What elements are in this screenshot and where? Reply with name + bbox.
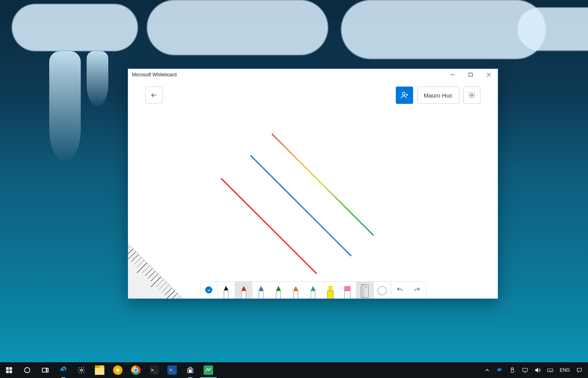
svg-rect-14: [6, 371, 9, 373]
check-icon: [205, 286, 212, 293]
tray-overflow[interactable]: [481, 362, 493, 378]
keyboard-icon[interactable]: [544, 362, 556, 378]
usb-icon[interactable]: [506, 362, 519, 378]
close-button[interactable]: [480, 69, 498, 81]
taskbar-cortana[interactable]: [18, 362, 36, 378]
svg-point-19: [81, 369, 83, 371]
svg-rect-26: [523, 368, 527, 371]
redo[interactable]: [408, 281, 426, 299]
system-tray: ENG: [481, 362, 588, 378]
pen-icon: [223, 286, 230, 299]
pen-icon: [240, 286, 247, 299]
svg-line-10: [251, 156, 351, 256]
taskbar-chrome[interactable]: [127, 362, 145, 378]
svg-rect-15: [9, 371, 12, 373]
svg-rect-17: [43, 368, 46, 372]
svg-rect-23: [191, 371, 192, 372]
lasso-tool[interactable]: [374, 281, 391, 299]
select-tool[interactable]: [200, 281, 218, 299]
svg-rect-1: [469, 73, 473, 77]
ruler-tool[interactable]: [356, 281, 374, 299]
user-name-label: Mauro Huc: [424, 92, 453, 99]
minimize-button[interactable]: [443, 69, 462, 81]
svg-rect-21: [191, 370, 192, 371]
eraser-icon: [344, 286, 351, 299]
svg-marker-28: [536, 368, 538, 372]
pen-teal[interactable]: [304, 281, 322, 299]
display-icon[interactable]: [519, 362, 531, 378]
lasso-icon: [377, 286, 387, 295]
window-title: Microsoft Whiteboard: [132, 72, 176, 77]
svg-line-11: [272, 134, 373, 235]
pen-icon: [292, 286, 299, 299]
highlighter-yellow[interactable]: [322, 281, 339, 299]
invite-button[interactable]: [396, 87, 413, 104]
taskbar-edge[interactable]: [54, 362, 72, 378]
svg-rect-12: [6, 367, 9, 370]
pen-orange[interactable]: [287, 281, 304, 299]
svg-line-9: [221, 179, 316, 273]
volume-icon[interactable]: [531, 362, 544, 378]
taskbar-chrome-canary[interactable]: [109, 362, 127, 378]
taskbar-cmd[interactable]: >_: [145, 362, 163, 378]
pen-icon: [275, 286, 282, 299]
pen-toolbar: [200, 281, 426, 299]
undo-icon: [396, 286, 403, 293]
highlighter-icon: [327, 286, 334, 299]
svg-rect-13: [9, 367, 12, 370]
svg-rect-29: [547, 369, 553, 372]
svg-rect-18: [47, 368, 48, 372]
settings-button[interactable]: [463, 87, 480, 104]
app-header: Mauro Huc: [128, 81, 498, 110]
pen-black[interactable]: [218, 281, 235, 299]
pen-green[interactable]: [270, 281, 287, 299]
undo[interactable]: [391, 281, 408, 299]
eraser[interactable]: [339, 281, 356, 299]
taskbar-start[interactable]: [0, 362, 18, 378]
taskbar: >_>_ ENG: [0, 362, 588, 378]
ink-strokes: [128, 110, 498, 299]
svg-point-8: [471, 94, 473, 96]
ruler-icon: [361, 284, 369, 298]
taskbar-whiteboard[interactable]: [199, 362, 217, 378]
action-center-icon[interactable]: [573, 362, 586, 378]
maximize-button[interactable]: [462, 69, 480, 81]
taskbar-file-explorer[interactable]: [91, 362, 109, 378]
svg-rect-22: [189, 371, 190, 372]
taskbar-settings[interactable]: [72, 362, 91, 378]
whiteboard-canvas[interactable]: 45: [128, 110, 498, 299]
onedrive-icon[interactable]: [493, 362, 506, 378]
whiteboard-window: Microsoft Whiteboard Mauro Huc: [128, 68, 498, 299]
svg-point-5: [402, 92, 405, 95]
taskbar-powershell[interactable]: >_: [163, 362, 181, 378]
pen-red[interactable]: [235, 281, 252, 299]
titlebar[interactable]: Microsoft Whiteboard: [128, 69, 498, 81]
redo-icon: [414, 286, 421, 293]
svg-rect-24: [511, 368, 513, 369]
taskbar-store[interactable]: [181, 362, 199, 378]
pen-icon: [258, 286, 265, 299]
language-indicator[interactable]: ENG: [556, 362, 573, 378]
pen-icon: [310, 286, 317, 299]
back-button[interactable]: [145, 87, 163, 104]
pen-blue[interactable]: [252, 281, 270, 299]
window-controls: [443, 69, 498, 81]
user-button[interactable]: Mauro Huc: [417, 87, 459, 104]
taskbar-task-view[interactable]: [36, 362, 54, 378]
svg-point-16: [24, 367, 30, 372]
svg-rect-20: [189, 370, 190, 371]
svg-rect-25: [511, 369, 514, 372]
